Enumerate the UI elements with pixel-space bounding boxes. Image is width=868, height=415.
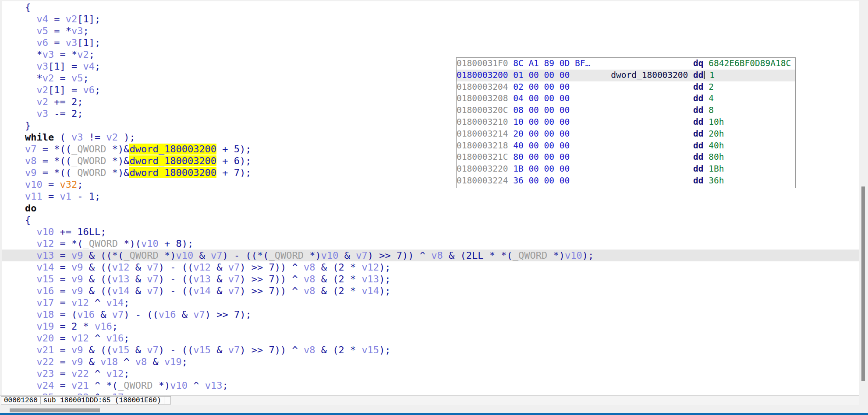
code-token — [570, 70, 611, 80]
code-token: & — [129, 285, 147, 296]
code-token: & (( — [83, 345, 112, 355]
code-token: ; — [83, 73, 89, 84]
code-token: + 7); — [216, 167, 251, 178]
ida-pseudocode-window: { v4 = v2[1]; v5 = *v3; v6 = v3[1]; *v3 … — [0, 0, 868, 415]
code-token: _QWORD — [124, 250, 158, 261]
code-token: v8 — [25, 155, 37, 166]
code-token: ); — [379, 345, 391, 355]
code-line[interactable]: v21 = v9 & ((v15 & v7) - ((v15 & v7) >> … — [2, 344, 859, 356]
code-token: v5 — [71, 73, 83, 84]
code-token: dword_180003200 — [129, 167, 216, 178]
code-line[interactable]: v13 = v9 & ((*(_QWORD *)v10 & v7) - ((*(… — [2, 250, 859, 261]
code-token: [1] = — [48, 61, 83, 72]
code-token: & (( — [83, 262, 112, 273]
code-token — [570, 164, 693, 174]
code-token: 018000321C — [457, 152, 508, 162]
hex-dump-row: 0180003200 01 00 00 00 dword_180003200 d… — [457, 70, 795, 81]
hex-dump-row: 0180003210 10 00 00 00 dd 10h — [457, 116, 795, 128]
code-line[interactable]: v23 = v22 ^ v12; — [2, 368, 859, 380]
code-token — [508, 105, 513, 115]
code-token: dd — [693, 70, 703, 80]
code-token: ^ — [89, 297, 106, 308]
code-token: { — [2, 2, 31, 13]
code-token: v8 — [304, 262, 315, 273]
code-token: v12 — [71, 297, 89, 308]
code-token: v13 — [205, 380, 223, 391]
horizontal-scrollbar-thumb[interactable] — [10, 408, 100, 412]
horizontal-scrollbar[interactable] — [0, 405, 859, 413]
code-line[interactable]: v15 = v9 & ((v13 & v7) - ((v13 & v7) >> … — [2, 273, 859, 285]
code-token: v9 — [71, 262, 83, 273]
code-token: ) - ((*( — [222, 250, 269, 261]
code-token: = — [54, 345, 71, 355]
code-line[interactable]: do — [2, 202, 859, 214]
code-token — [704, 117, 709, 127]
code-token — [508, 58, 513, 68]
code-token: dd — [693, 93, 703, 103]
code-token: dword_180003200 — [611, 70, 688, 80]
code-line[interactable]: v14 = v9 & ((v12 & v7) - ((v12 & v7) >> … — [2, 261, 859, 273]
code-line[interactable]: v5 = *v3; — [2, 25, 859, 37]
code-line[interactable]: v10 += 16LL; — [2, 226, 859, 238]
code-line[interactable]: v20 = v12 ^ v16; — [2, 332, 859, 344]
code-token: { — [2, 215, 31, 225]
code-token: 1B 00 00 00 — [513, 164, 570, 174]
code-token — [2, 274, 36, 285]
code-line[interactable]: { — [2, 1, 859, 13]
code-token — [2, 262, 36, 273]
code-token: ; — [83, 25, 89, 36]
vertical-scrollbar[interactable] — [859, 0, 868, 413]
code-token: += 16LL; — [54, 226, 106, 237]
code-token: _QWORD — [71, 167, 106, 178]
code-token: 6842E6BF0D89A18C — [709, 58, 791, 68]
code-line[interactable]: v22 = v9 & v18 ^ v8 & v19; — [2, 356, 859, 368]
code-token: 0180003208 — [457, 93, 508, 103]
code-line[interactable]: v16 = v9 & ((v14 & v7) - ((v14 & v7) >> … — [2, 285, 859, 297]
code-token: v2 — [77, 49, 89, 60]
code-line[interactable]: v18 = (v16 & v7) - ((v16 & v7) >> 7); — [2, 309, 859, 320]
code-token: ; — [112, 321, 118, 332]
code-token: ^ *( — [89, 380, 118, 391]
code-line[interactable]: v12 = *(_QWORD *)(v10 + 8); — [2, 238, 859, 250]
code-line[interactable]: v17 = v12 ^ v14; — [2, 297, 859, 309]
code-token: & (2 * — [315, 345, 361, 355]
code-token: v12 — [71, 333, 89, 344]
status-spacer — [164, 396, 171, 404]
code-token: & — [211, 285, 228, 296]
code-line[interactable]: v19 = 2 * v16; — [2, 320, 859, 332]
code-token: ; — [89, 49, 95, 60]
code-line[interactable]: v11 = v1 - 1; — [2, 190, 859, 202]
code-token: dword_180003200 — [129, 144, 216, 155]
code-token: 0180003218 — [457, 141, 508, 151]
code-token — [508, 82, 513, 92]
code-line[interactable]: v4 = v2[1]; — [2, 13, 859, 25]
code-token — [2, 250, 36, 261]
code-token — [2, 167, 25, 178]
code-token: v24 — [36, 380, 54, 391]
code-token: v13 — [361, 274, 379, 285]
code-token — [2, 108, 36, 119]
code-token: v15 — [112, 345, 130, 355]
code-token: v16 — [159, 309, 176, 320]
code-token: v7 — [112, 309, 124, 320]
vertical-scrollbar-thumb[interactable] — [861, 186, 865, 381]
code-token: v13 — [193, 274, 211, 285]
code-token: *) — [152, 380, 170, 391]
hex-dump-row: 0180003224 36 00 00 00 dd 36h — [457, 175, 795, 187]
code-token: ) >> 7)) ^ — [240, 262, 304, 273]
code-token: & — [147, 356, 164, 367]
code-token: 2 — [709, 82, 714, 92]
code-line[interactable]: { — [2, 214, 859, 226]
code-token: _QWORD — [71, 155, 106, 166]
code-token: dd — [693, 176, 703, 186]
code-token: v14 — [106, 297, 124, 308]
code-token: 4 — [709, 93, 714, 103]
code-token: ; — [222, 380, 228, 391]
code-line[interactable]: v24 = v21 ^ *(_QWORD *)v10 ^ v13; — [2, 380, 859, 391]
code-token: v4 — [36, 14, 48, 25]
code-line[interactable]: v6 = v3[1]; — [2, 37, 859, 49]
code-token: v14 — [361, 285, 379, 296]
code-token — [704, 164, 709, 174]
code-token: v8 — [304, 274, 315, 285]
code-token — [2, 132, 25, 143]
